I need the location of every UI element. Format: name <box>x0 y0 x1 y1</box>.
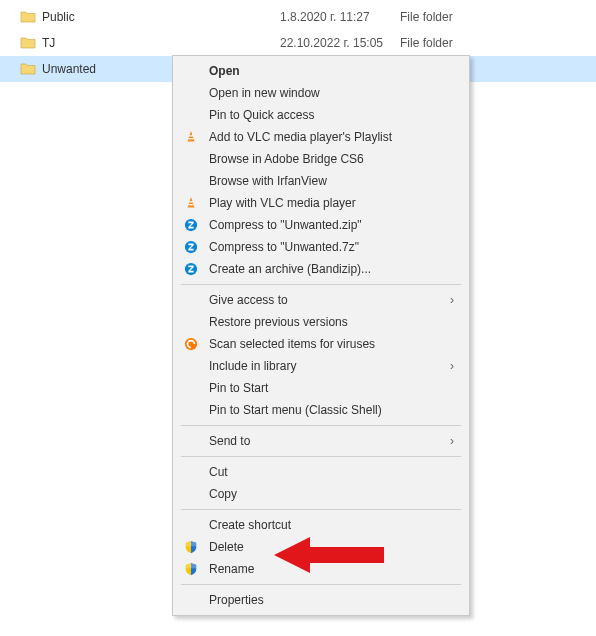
chevron-right-icon: › <box>447 434 457 448</box>
menu-copy[interactable]: Copy <box>173 483 469 505</box>
menu-label: Include in library <box>209 359 447 373</box>
menu-label: Copy <box>209 487 457 501</box>
menu-open-new-window[interactable]: Open in new window <box>173 82 469 104</box>
file-date: 22.10.2022 г. 15:05 <box>280 36 400 50</box>
menu-label: Scan selected items for viruses <box>209 337 457 351</box>
menu-open[interactable]: Open <box>173 60 469 82</box>
menu-separator <box>181 509 461 510</box>
avast-icon <box>181 334 201 354</box>
blank-icon <box>181 61 201 81</box>
file-type: File folder <box>400 36 520 50</box>
svg-rect-1 <box>189 135 193 136</box>
menu-vlc-add-playlist[interactable]: Add to VLC media player's Playlist <box>173 126 469 148</box>
blank-icon <box>181 378 201 398</box>
menu-properties[interactable]: Properties <box>173 589 469 611</box>
bandizip-icon <box>181 215 201 235</box>
folder-icon <box>20 35 36 51</box>
menu-separator <box>181 456 461 457</box>
menu-label: Rename <box>209 562 457 576</box>
menu-separator <box>181 425 461 426</box>
file-date: 1.8.2020 г. 11:27 <box>280 10 400 24</box>
menu-label: Play with VLC media player <box>209 196 457 210</box>
menu-rename[interactable]: Rename <box>173 558 469 580</box>
file-name: Public <box>42 10 75 24</box>
menu-label: Browse in Adobe Bridge CS6 <box>209 152 457 166</box>
menu-scan-for-viruses[interactable]: Scan selected items for viruses <box>173 333 469 355</box>
menu-create-shortcut[interactable]: Create shortcut <box>173 514 469 536</box>
menu-label: Create shortcut <box>209 518 457 532</box>
uac-shield-icon <box>181 537 201 557</box>
blank-icon <box>181 171 201 191</box>
file-row-tj[interactable]: TJ 22.10.2022 г. 15:05 File folder <box>0 30 596 56</box>
menu-pin-to-start[interactable]: Pin to Start <box>173 377 469 399</box>
bandizip-icon <box>181 237 201 257</box>
file-name: Unwanted <box>42 62 96 76</box>
menu-separator <box>181 584 461 585</box>
vlc-icon <box>181 127 201 147</box>
svg-rect-5 <box>188 204 193 205</box>
menu-label: Delete <box>209 540 457 554</box>
chevron-right-icon: › <box>447 359 457 373</box>
blank-icon <box>181 312 201 332</box>
menu-send-to[interactable]: Send to › <box>173 430 469 452</box>
menu-label: Send to <box>209 434 447 448</box>
menu-label: Properties <box>209 593 457 607</box>
context-menu: Open Open in new window Pin to Quick acc… <box>172 55 470 616</box>
file-name: TJ <box>42 36 55 50</box>
file-type: File folder <box>400 10 520 24</box>
menu-pin-quick-access[interactable]: Pin to Quick access <box>173 104 469 126</box>
blank-icon <box>181 484 201 504</box>
menu-label: Open <box>209 64 457 78</box>
blank-icon <box>181 290 201 310</box>
chevron-right-icon: › <box>447 293 457 307</box>
blank-icon <box>181 400 201 420</box>
blank-icon <box>181 105 201 125</box>
bandizip-icon <box>181 259 201 279</box>
menu-compress-zip[interactable]: Compress to "Unwanted.zip" <box>173 214 469 236</box>
menu-label: Restore previous versions <box>209 315 457 329</box>
blank-icon <box>181 149 201 169</box>
menu-give-access-to[interactable]: Give access to › <box>173 289 469 311</box>
uac-shield-icon <box>181 559 201 579</box>
folder-icon <box>20 61 36 77</box>
menu-compress-7z[interactable]: Compress to "Unwanted.7z" <box>173 236 469 258</box>
menu-pin-to-start-classic[interactable]: Pin to Start menu (Classic Shell) <box>173 399 469 421</box>
folder-icon <box>20 9 36 25</box>
blank-icon <box>181 462 201 482</box>
menu-label: Give access to <box>209 293 447 307</box>
blank-icon <box>181 83 201 103</box>
blank-icon <box>181 590 201 610</box>
menu-cut[interactable]: Cut <box>173 461 469 483</box>
menu-label: Compress to "Unwanted.7z" <box>209 240 457 254</box>
menu-browse-irfanview[interactable]: Browse with IrfanView <box>173 170 469 192</box>
menu-label: Pin to Quick access <box>209 108 457 122</box>
menu-label: Browse with IrfanView <box>209 174 457 188</box>
svg-rect-4 <box>189 201 193 202</box>
menu-vlc-play[interactable]: Play with VLC media player <box>173 192 469 214</box>
blank-icon <box>181 431 201 451</box>
blank-icon <box>181 515 201 535</box>
menu-delete[interactable]: Delete <box>173 536 469 558</box>
menu-separator <box>181 284 461 285</box>
menu-label: Pin to Start menu (Classic Shell) <box>209 403 457 417</box>
menu-label: Cut <box>209 465 457 479</box>
menu-restore-previous-versions[interactable]: Restore previous versions <box>173 311 469 333</box>
menu-label: Add to VLC media player's Playlist <box>209 130 457 144</box>
svg-rect-2 <box>188 138 193 139</box>
blank-icon <box>181 356 201 376</box>
vlc-icon <box>181 193 201 213</box>
menu-label: Pin to Start <box>209 381 457 395</box>
menu-label: Open in new window <box>209 86 457 100</box>
menu-label: Compress to "Unwanted.zip" <box>209 218 457 232</box>
menu-browse-adobe-bridge[interactable]: Browse in Adobe Bridge CS6 <box>173 148 469 170</box>
menu-label: Create an archive (Bandizip)... <box>209 262 457 276</box>
file-row-public[interactable]: Public 1.8.2020 г. 11:27 File folder <box>0 4 596 30</box>
menu-include-in-library[interactable]: Include in library › <box>173 355 469 377</box>
menu-create-archive-bandizip[interactable]: Create an archive (Bandizip)... <box>173 258 469 280</box>
